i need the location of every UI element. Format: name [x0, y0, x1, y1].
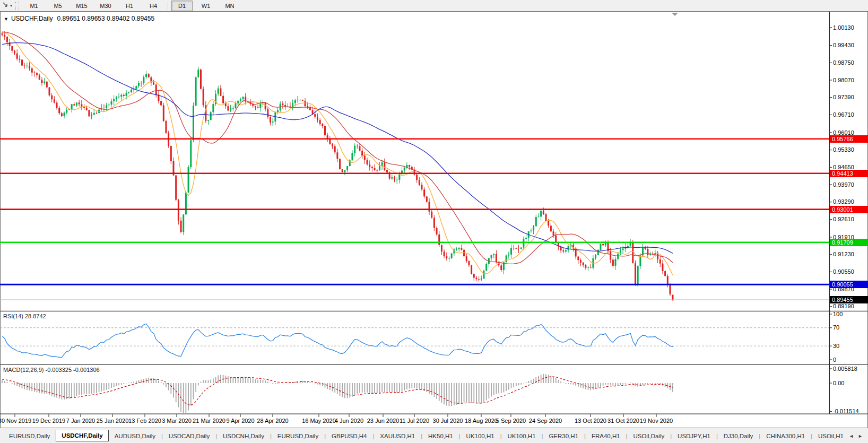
tabs-scroll-arrows: ◄ ► [849, 433, 863, 439]
tab-separator: | [626, 433, 628, 439]
chart-tab-gbpusd-6[interactable]: GBPUSD,H4 [327, 431, 371, 441]
ohlc-values: 0.89651 0.89653 0.89402 0.89455 [57, 15, 155, 22]
timeframe-button-h4[interactable]: H4 [143, 1, 164, 11]
tab-separator: | [500, 433, 502, 439]
price-tick-label: 0.95330 [833, 146, 854, 153]
date-tick-label: 3 Mar 2020 [162, 418, 192, 424]
timeframe-toolbar: ▾ M1M5M15M30H1H4D1W1MN [0, 0, 868, 12]
chart-tab-usdcad-3[interactable]: USDCAD,Daily [164, 431, 214, 441]
price-level-badge: 0.95766 [830, 135, 868, 143]
chart-tab-audusd-2[interactable]: AUDUSD,Daily [110, 431, 160, 441]
price-tick-label: 1.00130 [833, 24, 854, 31]
tabs-scroll-right-icon[interactable]: ► [858, 433, 863, 439]
toolbar-grip[interactable] [15, 2, 19, 10]
date-tick-label: 4 Jun 2020 [335, 418, 363, 424]
date-tick-label: 23 Jun 2020 [367, 418, 400, 424]
timeframe-button-d1[interactable]: D1 [171, 1, 193, 11]
date-tick-label: 16 May 2020 [302, 418, 336, 424]
price-level-badge: 0.93001 [830, 206, 868, 213]
date-tick-label: 25 Jan 2020 [97, 418, 129, 424]
tab-separator: | [215, 433, 217, 439]
price-tick-label: 0.93970 [833, 181, 854, 188]
price-tick-label: 0.91230 [833, 251, 854, 258]
macd-tick-label: 0.00 [833, 380, 844, 387]
timeframe-buttons: M1M5M15M30H1H4D1W1MN [23, 1, 243, 11]
date-tick-label: 7 Jan 2020 [66, 418, 95, 424]
chart-tab-fra40-12[interactable]: FRA40,H1 [587, 431, 625, 441]
chart-tab-ger30-11[interactable]: GER30,H1 [544, 431, 583, 441]
date-tick-label: 18 Aug 2020 [465, 418, 498, 424]
chart-tab-usdjpy-14[interactable]: USDJPY,H1 [673, 431, 715, 441]
chart-tool-group: ▾ [2, 1, 12, 11]
tab-separator: | [373, 433, 375, 439]
timeframe-button-m1[interactable]: M1 [23, 1, 45, 11]
tab-separator: | [584, 433, 586, 439]
rsi-tick-label: 0 [833, 357, 836, 363]
timeframe-button-mn[interactable]: MN [219, 1, 240, 11]
chart-tab-usdchf-1[interactable]: USDCHF,Daily [56, 430, 108, 441]
tab-separator: | [716, 433, 718, 439]
timeframe-button-w1[interactable]: W1 [195, 1, 216, 11]
date-tick-label: 21 Mar 2020 [193, 418, 225, 424]
price-level-badge: 0.89455 [830, 296, 868, 303]
chart-tab-hk50-8[interactable]: HK50,H1 [423, 431, 458, 441]
date-tick-label: 19 Nov 2020 [640, 418, 673, 424]
date-tick-label: 13 Feb 2020 [128, 418, 161, 424]
date-tick-label: 31 Oct 2020 [607, 418, 639, 424]
chart-tab-eurusd-5[interactable]: EURUSD,Daily [273, 431, 323, 441]
tab-separator: | [811, 433, 812, 439]
tab-separator: | [161, 433, 163, 439]
chart-tab-usoil-17[interactable]: USOil,H1 [813, 431, 848, 441]
tab-separator: | [759, 433, 760, 439]
tabs-scroll-left-icon[interactable]: ◄ [849, 433, 854, 439]
macd-tick-label: 0.005818 [833, 366, 857, 372]
tab-separator: | [270, 433, 272, 439]
price-tick-label: 0.93290 [833, 198, 854, 205]
toolbar-separator [168, 2, 168, 10]
date-tick-label: 30 Nov 2019 [0, 418, 31, 424]
chart-window [0, 11, 868, 428]
timeframe-button-m5[interactable]: M5 [47, 1, 68, 11]
price-tick-label: 0.97390 [833, 94, 854, 101]
price-tick-label: 0.98750 [833, 59, 854, 66]
chart-tab-uk100-9[interactable]: UK100,H1 [462, 431, 499, 441]
rsi-tick-label: 100 [833, 311, 843, 318]
timeframe-button-m15[interactable]: M15 [71, 1, 92, 11]
tab-separator: | [670, 433, 672, 439]
macd-indicator-label: MACD(12,26,9) -0.003325 -0.001306 [3, 367, 100, 373]
mt4-terminal: ▾ M1M5M15M30H1H4D1W1MN ▼USDCHF,Daily0.89… [0, 0, 868, 443]
chart-tab-uk100-10[interactable]: UK100,H1 [503, 431, 541, 441]
rsi-indicator-label: RSI(14) 28.8742 [3, 313, 46, 319]
chart-tab-eurusd-0[interactable]: EURUSD,Daily [4, 431, 55, 441]
date-tick-label: 13 Oct 2020 [575, 418, 606, 424]
chart-cursor-icon[interactable] [2, 1, 9, 11]
date-tick-label: 9 Apr 2020 [226, 418, 254, 424]
dropdown-caret-icon[interactable]: ▾ [10, 3, 12, 8]
price-tick-label: 0.99430 [833, 42, 854, 49]
date-tick-label: 11 Jul 2020 [400, 418, 429, 424]
price-level-badge: 0.91709 [830, 239, 868, 246]
tab-separator: | [421, 433, 422, 439]
chart-tab-usoil-13[interactable]: USOil,Daily [628, 431, 669, 441]
rsi-tick-label: 70 [833, 324, 839, 331]
chart-tab-usdcnh-4[interactable]: USDCNH,Daily [218, 431, 269, 441]
price-tick-label: 0.96710 [833, 111, 854, 118]
chart-tab-china300-16[interactable]: CHINA300,H1 [761, 431, 810, 441]
price-tick-label: 0.90550 [833, 268, 854, 275]
chart-tab-dj30-15[interactable]: DJ30,Daily [719, 431, 758, 441]
date-tick-label: 5 Sep 2020 [496, 418, 526, 424]
timeframe-button-m30[interactable]: M30 [95, 1, 116, 11]
timeframe-button-h1[interactable]: H1 [119, 1, 140, 11]
tab-separator: | [324, 433, 326, 439]
symbol-name: USDCHF,Daily [11, 15, 53, 22]
macd-tick-label: -0.011514 [833, 408, 859, 415]
chart-tab-xauusd-7[interactable]: XAUUSD,H1 [375, 431, 420, 441]
symbol-dropdown-arrow-icon[interactable]: ▼ [4, 16, 8, 22]
tab-separator: | [459, 433, 461, 439]
price-tick-label: 0.98070 [833, 77, 854, 84]
chart-title: ▼USDCHF,Daily0.89651 0.89653 0.89402 0.8… [4, 15, 154, 22]
price-level-badge: 0.90055 [830, 281, 868, 288]
chart-shift-marker-icon[interactable] [672, 13, 678, 16]
date-tick-label: 30 Jul 2020 [433, 418, 463, 424]
date-tick-label: 19 Dec 2019 [32, 418, 65, 424]
